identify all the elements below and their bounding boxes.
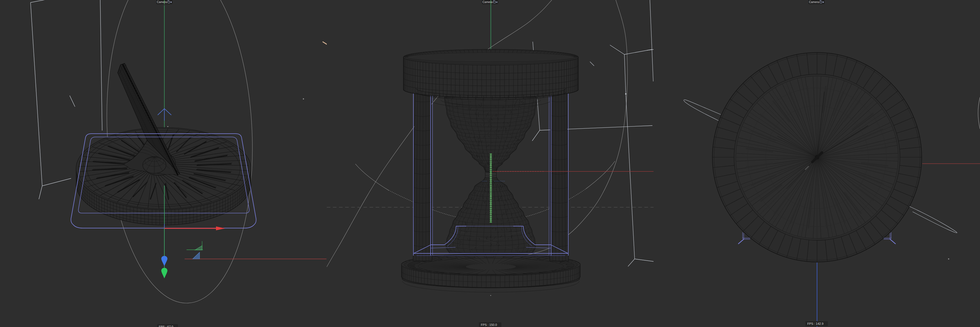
svg-text:FPS : 142.9: FPS : 142.9 <box>807 322 823 325</box>
svg-text:Camera: Camera <box>157 0 167 3</box>
svg-text:FPS : 150.0: FPS : 150.0 <box>481 323 497 327</box>
svg-text:FPS : 67.0: FPS : 67.0 <box>159 325 173 327</box>
svg-text:Camera: Camera <box>809 0 819 3</box>
svg-text:Camera: Camera <box>482 0 493 3</box>
